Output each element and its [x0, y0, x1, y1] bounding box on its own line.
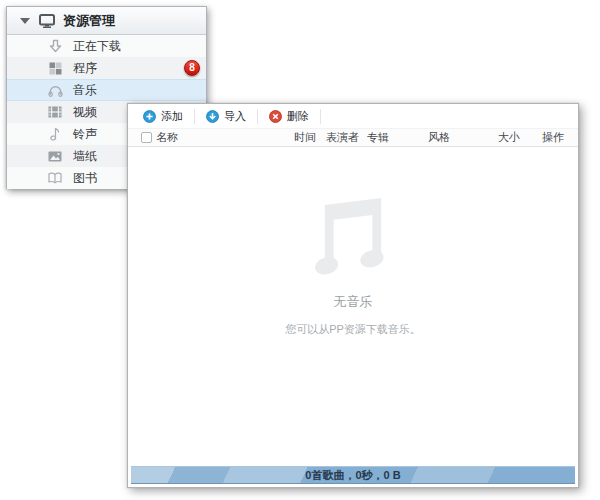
column-header-album: 专辑	[367, 130, 428, 145]
sidebar-item-downloading[interactable]: 正在下载	[7, 35, 206, 57]
delete-cross-icon	[269, 110, 282, 123]
column-header-name: 名称	[156, 130, 294, 145]
headphones-icon	[47, 82, 63, 98]
download-arrow-icon	[47, 38, 63, 54]
column-header-genre: 风格	[428, 130, 498, 145]
import-button-label: 导入	[224, 109, 246, 124]
select-all-checkbox[interactable]	[141, 132, 152, 143]
empty-state-title: 无音乐	[128, 293, 578, 311]
music-note-icon	[47, 126, 63, 142]
device-monitor-icon	[39, 14, 55, 28]
toolbar: 添加 导入	[128, 104, 578, 128]
sidebar-item-label: 视频	[73, 104, 97, 121]
sidebar-item-label: 铃声	[73, 126, 97, 143]
column-header-time: 时间	[294, 130, 326, 145]
sidebar-item-label: 正在下载	[73, 38, 121, 55]
wallpaper-icon	[47, 148, 63, 164]
music-list-area: 无音乐 您可以从PP资源下载音乐。	[128, 147, 578, 447]
status-bar: 0首歌曲，0秒，0 B	[131, 466, 575, 484]
sidebar-item-label: 图书	[73, 170, 97, 187]
sidebar-item-label: 墙纸	[73, 148, 97, 165]
sidebar-item-apps[interactable]: 程序 8	[7, 57, 206, 79]
add-plus-icon	[143, 110, 156, 123]
apps-grid-icon	[47, 60, 63, 76]
sidebar-item-label: 程序	[73, 60, 97, 77]
collapse-caret-icon	[20, 18, 30, 24]
add-button[interactable]: 添加	[132, 109, 195, 124]
import-button[interactable]: 导入	[195, 109, 258, 124]
big-music-note-icon	[309, 191, 397, 279]
sidebar-item-label: 音乐	[73, 82, 97, 99]
open-book-icon	[47, 170, 63, 186]
apps-count-badge: 8	[184, 60, 200, 76]
film-strip-icon	[47, 104, 63, 120]
screen: 资源管理 正在下载 程序 8	[0, 0, 600, 500]
sidebar-group-resource-management[interactable]: 资源管理	[7, 7, 206, 35]
empty-state: 无音乐 您可以从PP资源下载音乐。	[128, 147, 578, 337]
delete-button[interactable]: 删除	[258, 109, 321, 124]
empty-state-hint: 您可以从PP资源下载音乐。	[128, 322, 578, 337]
table-header-row: 名称 时间 表演者 专辑 风格 大小 操作	[128, 128, 578, 147]
column-header-action: 操作	[542, 130, 592, 145]
column-header-size: 大小	[498, 130, 542, 145]
column-header-performer: 表演者	[326, 130, 367, 145]
status-bar-text: 0首歌曲，0秒，0 B	[305, 468, 400, 483]
sidebar-item-music[interactable]: 音乐	[7, 79, 206, 101]
delete-button-label: 删除	[287, 109, 309, 124]
sidebar-group-label: 资源管理	[63, 12, 115, 30]
import-arrow-icon	[206, 110, 219, 123]
add-button-label: 添加	[161, 109, 183, 124]
music-library-panel: 添加 导入	[127, 103, 579, 488]
